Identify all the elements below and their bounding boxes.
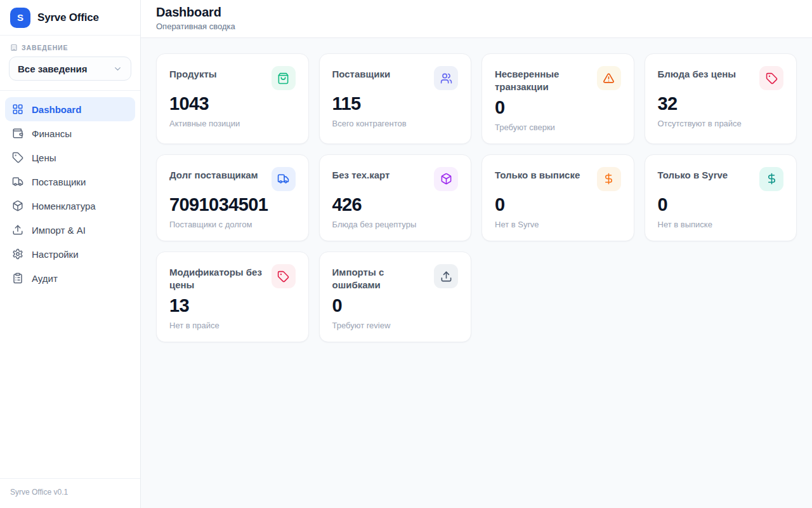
card-products: Продукты 1043 Активные позиции	[156, 53, 309, 144]
tag-icon	[272, 264, 296, 288]
card-suppliers: Поставщики 115 Всего контрагентов	[319, 53, 472, 144]
card-subtitle: Всего контрагентов	[332, 119, 459, 128]
upload-icon	[12, 224, 23, 236]
venue-select-value: Все заведения	[18, 64, 88, 74]
sidebar-item-label: Цены	[32, 152, 56, 163]
card-subtitle: Поставщики с долгом	[169, 220, 296, 229]
app-logo-letter: S	[17, 12, 23, 23]
sidebar-item-settings[interactable]: Настройки	[5, 242, 135, 266]
card-value: 13	[169, 295, 296, 316]
truck-icon	[12, 176, 23, 187]
sidebar-item-label: Поставщики	[32, 177, 86, 187]
sidebar-item-label: Номенклатура	[32, 201, 96, 211]
venue-label-text: ЗАВЕДЕНИЕ	[22, 44, 68, 51]
building-icon	[10, 44, 18, 51]
tag-icon	[12, 152, 23, 163]
sidebar-item-import-ai[interactable]: Импорт & AI	[5, 218, 135, 242]
truck-icon	[272, 167, 296, 191]
package-icon	[434, 167, 458, 191]
card-supplier-debt: Долг поставщикам 7091034501 Поставщики с…	[156, 154, 309, 241]
card-title: Долг поставщикам	[169, 167, 258, 182]
venue-section: ЗАВЕДЕНИЕ Все заведения	[0, 36, 140, 91]
card-subtitle: Требуют review	[332, 321, 459, 330]
main-area: Dashboard Оперативная сводка Продукты 10…	[141, 0, 812, 508]
app-version: Syrve Office v0.1	[0, 478, 140, 508]
card-title: Блюда без цены	[658, 66, 737, 81]
card-subtitle: Нет в прайсе	[169, 321, 296, 330]
tag-icon	[759, 66, 783, 90]
card-subtitle: Блюда без рецептуры	[332, 220, 459, 229]
card-title: Продукты	[169, 66, 217, 81]
card-subtitle: Отсутствуют в прайсе	[658, 119, 784, 128]
card-subtitle: Требуют сверки	[495, 123, 621, 132]
sidebar-item-prices[interactable]: Цены	[5, 145, 135, 170]
card-value: 115	[332, 93, 459, 114]
sidebar-item-label: Настройки	[32, 249, 79, 260]
card-value: 7091034501	[169, 194, 296, 215]
card-dishes-without-price: Блюда без цены 32 Отсутствуют в прайсе	[645, 53, 797, 144]
card-subtitle: Нет в выписке	[658, 220, 784, 229]
card-value: 0	[332, 295, 459, 316]
card-modifiers-without-price: Модификаторы без цены 13 Нет в прайсе	[156, 251, 309, 342]
wallet-icon	[12, 128, 23, 139]
card-without-techcards: Без тех.карт 426 Блюда без рецептуры	[319, 154, 472, 241]
card-title: Модификаторы без цены	[169, 264, 265, 292]
upload-icon	[434, 264, 458, 288]
page-title: Dashboard	[156, 5, 797, 20]
card-title: Поставщики	[332, 66, 391, 81]
card-value: 426	[332, 194, 459, 215]
stats-grid: Продукты 1043 Активные позиции Поставщик…	[141, 38, 812, 508]
sidebar-item-finances[interactable]: Финансы	[5, 121, 135, 145]
shopping-bag-icon	[272, 66, 296, 90]
dashboard-grid-icon	[12, 104, 23, 115]
card-title: Только в выписке	[495, 167, 580, 182]
card-value: 32	[658, 93, 784, 114]
venue-section-label: ЗАВЕДЕНИЕ	[10, 44, 130, 51]
page-header: Dashboard Оперативная сводка	[141, 0, 812, 38]
card-value: 0	[658, 194, 784, 215]
card-title: Без тех.карт	[332, 167, 390, 182]
card-value: 1043	[169, 93, 296, 114]
page-subtitle: Оперативная сводка	[156, 22, 797, 31]
sidebar-header: S Syrve Office	[0, 0, 140, 36]
package-icon	[12, 200, 23, 211]
sidebar-item-label: Аудит	[32, 273, 58, 284]
clipboard-icon	[12, 272, 23, 284]
alert-triangle-icon	[597, 66, 621, 90]
card-value: 0	[495, 194, 621, 215]
sidebar-item-label: Dashboard	[32, 104, 81, 115]
venue-select[interactable]: Все заведения	[9, 57, 131, 81]
dollar-sign-icon	[759, 167, 783, 191]
sidebar-item-nomenclature[interactable]: Номенклатура	[5, 194, 135, 218]
sidebar-item-dashboard[interactable]: Dashboard	[5, 97, 135, 121]
card-title: Только в Syrve	[658, 167, 728, 182]
gear-icon	[12, 248, 23, 260]
users-icon	[434, 66, 458, 90]
sidebar-item-suppliers[interactable]: Поставщики	[5, 170, 135, 194]
card-title: Импорты с ошибками	[332, 264, 428, 292]
app-logo: S	[10, 8, 30, 28]
sidebar-item-audit[interactable]: Аудит	[5, 266, 135, 290]
sidebar-item-label: Импорт & AI	[32, 225, 86, 236]
card-only-in-statement: Только в выписке 0 Нет в Syrve	[481, 154, 634, 241]
card-unreconciled-transactions: Несверенные транзакции 0 Требуют сверки	[481, 53, 634, 144]
card-subtitle: Нет в Syrve	[495, 220, 621, 229]
sidebar-nav: Dashboard Финансы Цены Поставщики Номенк…	[0, 91, 140, 478]
dollar-sign-icon	[597, 167, 621, 191]
card-value: 0	[495, 97, 621, 118]
card-only-in-syrve: Только в Syrve 0 Нет в выписке	[645, 154, 797, 241]
app-title: Syrve Office	[37, 11, 99, 24]
sidebar-item-label: Финансы	[32, 128, 72, 139]
card-title: Несверенные транзакции	[495, 66, 591, 94]
sidebar: S Syrve Office ЗАВЕДЕНИЕ Все заведения D…	[0, 0, 141, 508]
card-imports-with-errors: Импорты с ошибками 0 Требуют review	[319, 251, 472, 342]
chevron-down-icon	[113, 64, 122, 74]
card-subtitle: Активные позиции	[169, 119, 296, 128]
